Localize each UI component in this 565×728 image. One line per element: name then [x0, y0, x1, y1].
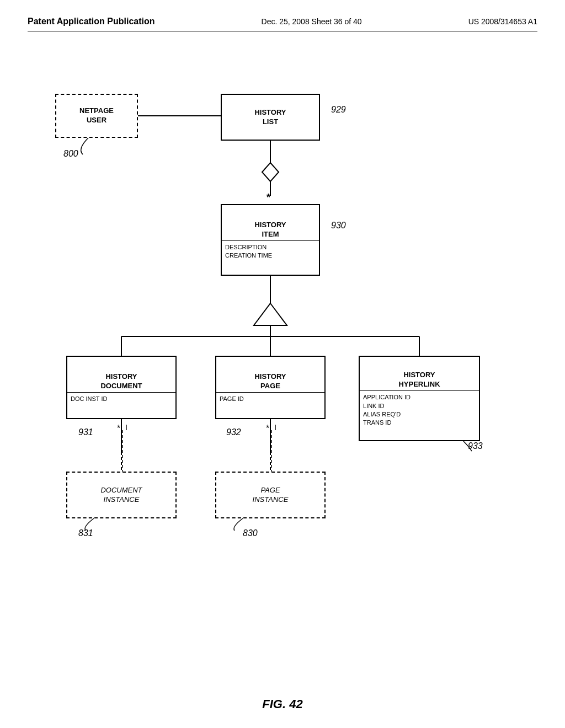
svg-marker-2	[262, 163, 279, 181]
history-page-attrs: PAGE ID	[216, 394, 324, 404]
page-instance-box: PAGE INSTANCE	[215, 472, 326, 518]
netpage-user-label: NETPAGE USER	[79, 106, 114, 125]
document-instance-label: DOCUMENT INSTANCE	[100, 486, 142, 505]
history-list-id: 929	[331, 105, 346, 115]
history-document-label: HISTORY DOCUMENT	[100, 370, 142, 391]
header-publication-label: Patent Application Publication	[28, 17, 155, 26]
history-hyperlink-attrs: APPLICATION ID LINK ID ALIAS REQ'D TRANS…	[360, 392, 479, 429]
multiplicity-star-page: *	[266, 424, 269, 433]
multiplicity-dot-page: |	[275, 424, 276, 430]
history-document-id: 931	[78, 427, 93, 437]
header-patent-number: US 2008/314653 A1	[468, 17, 537, 26]
svg-marker-5	[254, 303, 287, 325]
netpage-user-id: 800	[63, 149, 78, 159]
history-item-label: HISTORY ITEM	[254, 218, 286, 239]
header-date-sheet: Dec. 25, 2008 Sheet 36 of 40	[262, 17, 362, 26]
diagram: NETPAGE USER 800 HISTORY LIST 929 * HIST…	[33, 55, 532, 684]
history-item-id: 930	[331, 221, 346, 231]
page-instance-id: 830	[243, 528, 258, 538]
figure-caption: FIG. 42	[262, 697, 302, 711]
history-list-label: HISTORY LIST	[254, 108, 286, 127]
history-page-id: 932	[226, 427, 241, 437]
history-list-box: HISTORY LIST	[221, 94, 320, 141]
history-document-box: HISTORY DOCUMENT DOC INST ID	[66, 356, 177, 419]
history-hyperlink-box: HISTORY HYPERLINK APPLICATION ID LINK ID…	[359, 356, 480, 441]
history-item-box: HISTORY ITEM DESCRIPTION CREATION TIME	[221, 204, 320, 276]
page: Patent Application Publication Dec. 25, …	[0, 0, 565, 728]
history-hyperlink-id: 933	[468, 441, 483, 451]
multiplicity-dot-doc: |	[126, 424, 127, 430]
figure-caption-text: FIG. 42	[262, 697, 302, 711]
document-instance-id: 831	[78, 528, 93, 538]
history-document-attrs: DOC INST ID	[67, 394, 175, 404]
page-instance-label: PAGE INSTANCE	[253, 486, 289, 505]
history-hyperlink-label: HISTORY HYPERLINK	[398, 368, 440, 389]
header: Patent Application Publication Dec. 25, …	[28, 17, 537, 31]
multiplicity-star-doc: *	[117, 424, 120, 433]
history-item-attrs: DESCRIPTION CREATION TIME	[222, 242, 319, 261]
multiplicity-star-1: *	[266, 192, 270, 204]
history-page-box: HISTORY PAGE PAGE ID	[215, 356, 326, 419]
document-instance-box: DOCUMENT INSTANCE	[66, 472, 177, 518]
netpage-user-box: NETPAGE USER	[55, 94, 138, 138]
history-page-label: HISTORY PAGE	[254, 370, 286, 391]
